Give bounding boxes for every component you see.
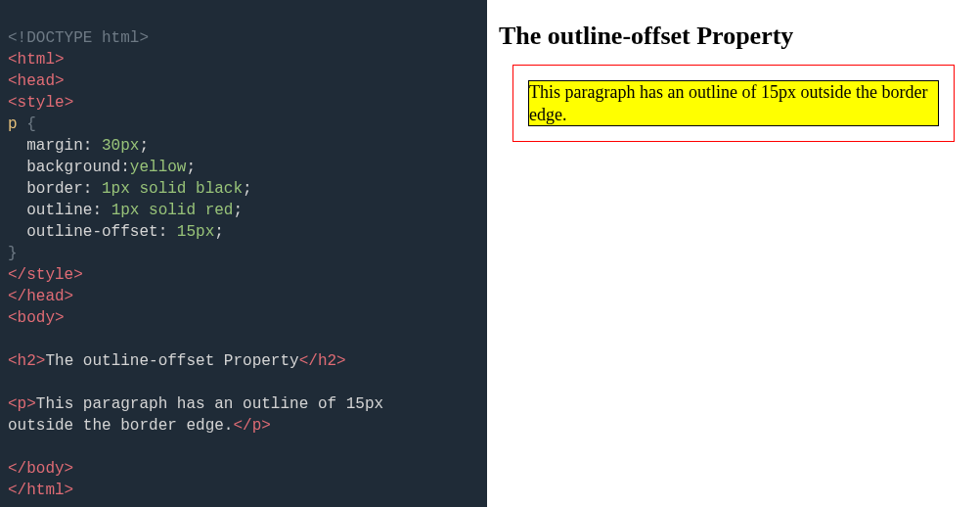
code-token: html bbox=[26, 482, 64, 499]
code-brace: } bbox=[8, 245, 18, 262]
code-semi: ; bbox=[214, 223, 224, 241]
preview-paragraph: This paragraph has an outline of 15px ou… bbox=[528, 80, 939, 126]
code-value: 1px solid black bbox=[102, 180, 243, 198]
code-prop: background bbox=[8, 159, 120, 176]
code-token: head bbox=[26, 288, 64, 305]
code-token: </ bbox=[233, 417, 251, 435]
code-prop: outline bbox=[8, 202, 92, 219]
code-colon: : bbox=[158, 223, 177, 241]
code-token: > bbox=[73, 266, 83, 284]
preview-pane: The outline-offset Property This paragra… bbox=[487, 0, 980, 507]
code-value: yellow bbox=[130, 159, 187, 176]
code-value: 15px bbox=[177, 223, 214, 241]
code-token: h2 bbox=[18, 352, 36, 370]
code-selector: p bbox=[8, 115, 26, 133]
code-token: h2 bbox=[318, 352, 336, 370]
code-text: The outline-offset Property bbox=[45, 352, 298, 370]
code-token: p bbox=[252, 417, 262, 435]
code-token: </ bbox=[8, 460, 26, 478]
code-editor-pane[interactable]: <!DOCTYPE html> <html> <head> <style> p … bbox=[0, 0, 487, 507]
code-token: > bbox=[65, 94, 74, 112]
code-token: > bbox=[336, 352, 346, 370]
code-token: body bbox=[18, 309, 55, 327]
code-token: > bbox=[55, 51, 65, 69]
code-token: </ bbox=[8, 288, 26, 305]
code-token: </ bbox=[8, 482, 26, 499]
code-colon: : bbox=[83, 180, 102, 198]
code-token: > bbox=[55, 72, 65, 90]
code-token: </ bbox=[8, 266, 26, 284]
code-prop: margin bbox=[8, 137, 83, 155]
code-colon: : bbox=[83, 137, 102, 155]
code-value: 30px bbox=[102, 137, 139, 155]
code-token: head bbox=[18, 72, 55, 90]
code-token: html bbox=[18, 51, 55, 69]
code-token: p bbox=[18, 395, 27, 413]
code-token: > bbox=[55, 309, 65, 327]
code-value: 1px solid red bbox=[111, 202, 234, 219]
code-token: > bbox=[261, 417, 271, 435]
code-colon: : bbox=[120, 159, 130, 176]
code-line: <!DOCTYPE html> bbox=[8, 29, 149, 47]
code-prop: border bbox=[8, 180, 83, 198]
code-token: < bbox=[8, 94, 18, 112]
code-token: style bbox=[18, 94, 65, 112]
preview-heading: The outline-offset Property bbox=[499, 22, 968, 51]
code-semi: ; bbox=[243, 180, 252, 198]
code-text: This paragraph has an outline of 15px bbox=[36, 395, 393, 413]
code-token: > bbox=[65, 482, 74, 499]
code-brace: { bbox=[26, 115, 36, 133]
code-token: < bbox=[8, 51, 18, 69]
code-semi: ; bbox=[186, 159, 196, 176]
code-token: < bbox=[8, 395, 18, 413]
code-token: > bbox=[26, 395, 36, 413]
code-token: > bbox=[36, 352, 46, 370]
code-token: < bbox=[8, 352, 18, 370]
code-token: style bbox=[26, 266, 73, 284]
code-token: < bbox=[8, 309, 18, 327]
code-semi: ; bbox=[139, 137, 149, 155]
code-token: </ bbox=[299, 352, 318, 370]
code-colon: : bbox=[92, 202, 111, 219]
code-text: outside the border edge. bbox=[8, 417, 233, 435]
code-token: body bbox=[26, 460, 64, 478]
code-prop: outline-offset bbox=[8, 223, 158, 241]
code-token: < bbox=[8, 72, 18, 90]
code-token: > bbox=[65, 288, 74, 305]
code-semi: ; bbox=[233, 202, 243, 219]
code-token: > bbox=[65, 460, 74, 478]
